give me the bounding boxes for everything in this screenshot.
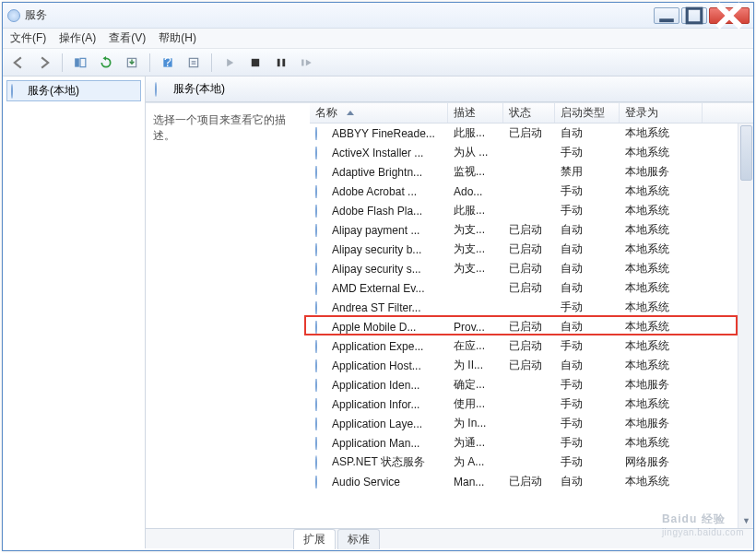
restart-service-button[interactable] — [297, 53, 317, 73]
service-name: Application Iden... — [332, 379, 419, 392]
service-startup: 自动 — [555, 319, 620, 335]
table-row[interactable]: Andrea ST Filter...手动本地系统 — [310, 298, 753, 317]
table-row[interactable]: Application Host...为 II...已启动自动本地系统 — [310, 356, 753, 375]
service-startup: 手动 — [555, 396, 620, 412]
col-desc[interactable]: 描述 — [448, 103, 503, 123]
service-name: Audio Service — [332, 476, 400, 488]
pause-service-button[interactable] — [271, 53, 291, 73]
service-desc: 为通... — [448, 435, 503, 451]
service-desc: Prov... — [448, 321, 503, 334]
stop-service-button[interactable] — [245, 53, 266, 73]
service-icon — [315, 166, 328, 179]
menu-help[interactable]: 帮助(H) — [159, 30, 196, 46]
service-name: Application Laye... — [332, 418, 422, 430]
properties-button[interactable] — [183, 53, 204, 73]
sort-asc-icon — [347, 111, 354, 115]
tab-standard[interactable]: 标准 — [337, 529, 380, 549]
window-title: 服务 — [25, 7, 47, 23]
service-desc: 为 In... — [448, 416, 503, 431]
table-row[interactable]: ABBYY FineReade...此服...已启动自动本地系统 — [310, 124, 753, 143]
service-startup: 手动 — [555, 203, 620, 218]
service-startup: 手动 — [555, 435, 620, 451]
service-icon — [315, 379, 328, 392]
svg-text:?: ? — [164, 56, 171, 69]
help-button[interactable]: ? — [158, 53, 178, 73]
minimize-button[interactable] — [654, 7, 679, 24]
export-button[interactable] — [122, 53, 142, 73]
description-pane: 选择一个项目来查看它的描述。 — [146, 103, 310, 528]
tab-extended[interactable]: 扩展 — [293, 529, 336, 549]
refresh-button[interactable] — [96, 53, 116, 73]
service-startup: 自动 — [555, 358, 620, 373]
col-logon[interactable]: 登录为 — [620, 103, 703, 123]
table-row[interactable]: Alipay security b...为支...已启动自动本地系统 — [310, 240, 753, 259]
details-panel: 服务(本地) 选择一个项目来查看它的描述。 名称 描述 状态 启动类型 登录为 … — [146, 76, 753, 548]
maximize-button[interactable] — [681, 7, 707, 24]
start-service-button[interactable] — [219, 53, 240, 73]
service-status: 已启动 — [503, 474, 555, 489]
service-startup: 自动 — [555, 241, 620, 257]
service-name: Application Expe... — [332, 340, 423, 353]
tree-item-services-local[interactable]: 服务(本地) — [6, 80, 141, 101]
table-row[interactable]: Adobe Flash Pla...此服...手动本地系统 — [310, 201, 753, 220]
table-row[interactable]: ASP.NET 状态服务为 A...手动网络服务 — [310, 453, 753, 472]
table-row[interactable]: Adaptive Brightn...监视...禁用本地服务 — [310, 162, 753, 182]
table-row[interactable]: Application Iden...确定...手动本地服务 — [310, 375, 753, 394]
service-status: 已启动 — [503, 338, 555, 354]
services-list: 名称 描述 状态 启动类型 登录为 ABBYY FineReade...此服..… — [310, 103, 753, 528]
service-logon: 本地系统 — [620, 222, 703, 238]
rows-container[interactable]: ABBYY FineReade...此服...已启动自动本地系统ActiveX … — [310, 124, 753, 528]
gear-icon — [155, 83, 168, 96]
service-startup: 手动 — [555, 377, 620, 393]
panel-header: 服务(本地) — [146, 76, 753, 102]
menu-action[interactable]: 操作(A) — [59, 30, 96, 46]
svg-rect-13 — [278, 58, 280, 65]
service-icon — [315, 398, 328, 411]
service-startup: 手动 — [555, 454, 620, 470]
menu-file[interactable]: 文件(F) — [10, 30, 46, 46]
table-row[interactable]: Audio ServiceMan...已启动自动本地系统 — [310, 472, 753, 491]
service-name: Application Host... — [332, 359, 421, 372]
col-startup[interactable]: 启动类型 — [555, 103, 620, 123]
back-button[interactable] — [8, 53, 29, 73]
service-desc: Man... — [448, 476, 503, 488]
service-icon — [315, 340, 328, 353]
service-icon — [315, 301, 328, 314]
service-name: Adobe Acrobat ... — [332, 185, 417, 198]
table-row[interactable]: Adobe Acrobat ...Ado...手动本地系统 — [310, 182, 753, 201]
titlebar[interactable]: 服务 — [3, 3, 753, 29]
forward-button[interactable] — [34, 53, 54, 73]
service-icon — [315, 263, 328, 276]
service-status: 已启动 — [503, 222, 555, 238]
service-logon: 本地服务 — [620, 164, 703, 180]
table-row[interactable]: Alipay security s...为支...已启动自动本地系统 — [310, 259, 753, 278]
scroll-thumb[interactable] — [740, 125, 752, 181]
service-name: Alipay security b... — [332, 243, 421, 256]
table-row[interactable]: Application Laye...为 In...手动本地服务 — [310, 414, 753, 433]
service-icon — [315, 185, 328, 198]
table-row[interactable]: AMD External Ev...已启动自动本地系统 — [310, 278, 753, 298]
separator — [211, 53, 212, 72]
table-row[interactable]: Application Infor...使用...手动本地系统 — [310, 394, 753, 414]
table-row[interactable]: Application Man...为通...手动本地系统 — [310, 433, 753, 453]
col-status[interactable]: 状态 — [503, 103, 555, 123]
service-desc: 为支... — [448, 241, 503, 257]
service-icon — [315, 205, 328, 218]
table-row[interactable]: Apple Mobile D...Prov...已启动自动本地系统 — [310, 317, 753, 336]
table-row[interactable]: Application Expe...在应...已启动手动本地系统 — [310, 336, 753, 356]
service-icon — [315, 243, 328, 256]
menu-view[interactable]: 查看(V) — [109, 30, 146, 46]
col-name[interactable]: 名称 — [310, 103, 448, 123]
table-row[interactable]: Alipay payment ...为支...已启动自动本地系统 — [310, 220, 753, 240]
menubar: 文件(F) 操作(A) 查看(V) 帮助(H) — [3, 29, 753, 49]
vertical-scrollbar[interactable]: ▲ ▼ — [738, 124, 753, 528]
service-status: 已启动 — [503, 358, 555, 373]
service-name: Apple Mobile D... — [332, 321, 416, 334]
service-logon: 本地服务 — [620, 416, 703, 431]
service-icon — [315, 418, 328, 430]
table-row[interactable]: ActiveX Installer ...为从 ...手动本地系统 — [310, 143, 753, 162]
service-startup: 自动 — [555, 125, 620, 141]
close-button[interactable] — [709, 7, 750, 24]
scroll-down-icon[interactable]: ▼ — [738, 512, 753, 528]
show-hide-tree-button[interactable] — [70, 53, 90, 73]
